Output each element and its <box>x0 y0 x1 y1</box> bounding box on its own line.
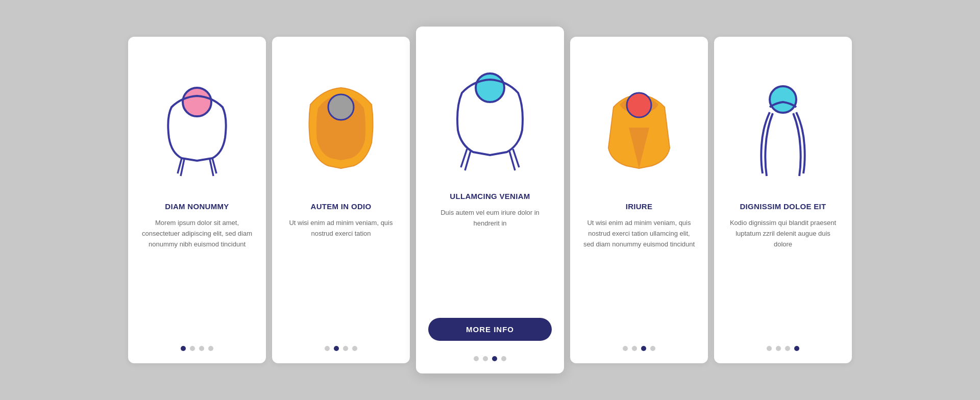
dot <box>190 346 195 351</box>
hijab-outline-pink-icon <box>156 66 238 179</box>
card-2-dots <box>325 346 357 351</box>
svg-point-5 <box>328 94 354 120</box>
card-2-text: Ut wisi enim ad minim veniam, quis nostr… <box>284 218 398 336</box>
dot <box>474 356 479 361</box>
svg-point-12 <box>770 86 796 113</box>
card-4-title: IRIURE <box>626 202 653 211</box>
card-5-text: Kodio dignissim qui blandit praesent lup… <box>726 218 840 336</box>
card-4-dots <box>623 346 655 351</box>
dot <box>343 346 348 351</box>
hijab-yellow-gray-icon <box>300 66 382 179</box>
dot <box>632 346 637 351</box>
dot <box>785 346 790 351</box>
svg-point-6 <box>476 73 504 102</box>
card-3-dots <box>474 356 506 361</box>
card-4-icon-area <box>582 51 696 194</box>
card-5: DIGNISSIM DOLOE EIT Kodio dignissim qui … <box>714 37 852 363</box>
dot <box>208 346 213 351</box>
dot <box>483 356 488 361</box>
dot <box>641 346 646 351</box>
card-5-icon-area <box>726 51 840 194</box>
dot <box>794 346 799 351</box>
dot <box>650 346 655 351</box>
dot <box>181 346 186 351</box>
dot <box>199 346 204 351</box>
card-2-title: AUTEM IN ODIO <box>311 202 372 211</box>
dot <box>767 346 772 351</box>
svg-point-11 <box>627 93 651 117</box>
card-5-title: DIGNISSIM DOLOE EIT <box>740 202 826 211</box>
cards-container: DIAM NONUMMY Morem ipsum dolor sit amet,… <box>97 6 883 394</box>
dot <box>352 346 357 351</box>
card-3-text: Duis autem vel eum iriure dolor in hendr… <box>428 208 552 309</box>
dot <box>492 356 497 361</box>
card-1-dots <box>181 346 213 351</box>
hijab-outline-teal-icon <box>742 66 824 179</box>
card-2: AUTEM IN ODIO Ut wisi enim ad minim veni… <box>272 37 410 363</box>
dot <box>325 346 330 351</box>
card-1-title: DIAM NONUMMY <box>165 202 229 211</box>
card-2-icon-area <box>284 51 398 194</box>
card-5-dots <box>767 346 799 351</box>
card-4: IRIURE Ut wisi enim ad minim veniam, qui… <box>570 37 708 363</box>
dot <box>501 356 506 361</box>
card-3-title: ULLAMCING VENIAM <box>450 192 530 201</box>
svg-point-0 <box>183 88 211 116</box>
hijab-outline-blue-icon <box>447 51 533 173</box>
dot <box>623 346 628 351</box>
card-1: DIAM NONUMMY Morem ipsum dolor sit amet,… <box>128 37 266 363</box>
card-3: ULLAMCING VENIAM Duis autem vel eum iriu… <box>416 27 564 373</box>
card-3-icon-area <box>428 41 552 184</box>
card-4-text: Ut wisi enim ad minim veniam, quis nostr… <box>582 218 696 336</box>
dot <box>776 346 781 351</box>
card-1-icon-area <box>140 51 254 194</box>
dot <box>334 346 339 351</box>
hijab-orange-red-icon <box>598 66 680 179</box>
card-1-text: Morem ipsum dolor sit amet, consectetuer… <box>140 218 254 336</box>
more-info-button[interactable]: MORE INFO <box>428 318 552 341</box>
